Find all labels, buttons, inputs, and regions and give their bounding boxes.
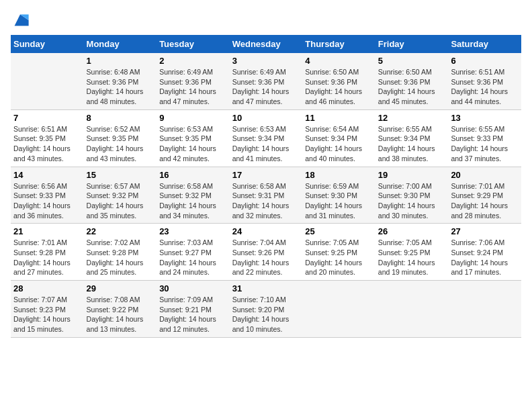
day-info: Sunrise: 7:10 AM Sunset: 9:20 PM Dayligh… bbox=[232, 295, 300, 334]
day-info: Sunrise: 6:55 AM Sunset: 9:33 PM Dayligh… bbox=[451, 124, 519, 164]
calendar-cell: 29Sunrise: 7:08 AM Sunset: 9:22 PM Dayli… bbox=[84, 281, 157, 338]
day-number: 13 bbox=[451, 113, 519, 123]
calendar-cell: 26Sunrise: 7:05 AM Sunset: 9:25 PM Dayli… bbox=[375, 224, 449, 281]
day-header-thursday: Thursday bbox=[302, 35, 375, 53]
day-number: 29 bbox=[87, 283, 154, 293]
day-info: Sunrise: 7:09 AM Sunset: 9:21 PM Dayligh… bbox=[159, 295, 227, 334]
day-info: Sunrise: 7:06 AM Sunset: 9:24 PM Dayligh… bbox=[451, 238, 519, 277]
calendar-cell: 20Sunrise: 7:01 AM Sunset: 9:29 PM Dayli… bbox=[448, 167, 521, 224]
calendar-week-5: 28Sunrise: 7:07 AM Sunset: 9:23 PM Dayli… bbox=[11, 281, 521, 338]
day-header-tuesday: Tuesday bbox=[157, 35, 230, 53]
day-number: 1 bbox=[87, 56, 154, 66]
day-info: Sunrise: 6:50 AM Sunset: 9:36 PM Dayligh… bbox=[378, 67, 446, 107]
calendar-week-3: 14Sunrise: 6:56 AM Sunset: 9:33 PM Dayli… bbox=[11, 167, 521, 224]
calendar-cell: 28Sunrise: 7:07 AM Sunset: 9:23 PM Dayli… bbox=[11, 281, 84, 338]
calendar-cell: 10Sunrise: 6:53 AM Sunset: 9:34 PM Dayli… bbox=[230, 109, 303, 167]
calendar-cell: 25Sunrise: 7:05 AM Sunset: 9:25 PM Dayli… bbox=[302, 224, 375, 281]
day-number: 24 bbox=[232, 226, 300, 236]
day-info: Sunrise: 6:51 AM Sunset: 9:35 PM Dayligh… bbox=[13, 124, 81, 164]
calendar-cell bbox=[375, 281, 449, 338]
calendar-cell: 2Sunrise: 6:49 AM Sunset: 9:36 PM Daylig… bbox=[157, 53, 230, 109]
day-info: Sunrise: 7:07 AM Sunset: 9:23 PM Dayligh… bbox=[13, 295, 81, 334]
day-number: 28 bbox=[13, 283, 81, 293]
calendar-cell: 30Sunrise: 7:09 AM Sunset: 9:21 PM Dayli… bbox=[157, 281, 230, 338]
day-number: 17 bbox=[232, 170, 300, 180]
day-info: Sunrise: 6:54 AM Sunset: 9:34 PM Dayligh… bbox=[305, 124, 373, 164]
day-header-sunday: Sunday bbox=[11, 35, 84, 53]
day-info: Sunrise: 6:51 AM Sunset: 9:36 PM Dayligh… bbox=[451, 67, 519, 107]
day-number: 11 bbox=[305, 113, 373, 123]
calendar-cell: 5Sunrise: 6:50 AM Sunset: 9:36 PM Daylig… bbox=[375, 53, 449, 109]
logo-icon bbox=[11, 11, 30, 30]
day-number: 25 bbox=[305, 226, 373, 236]
day-header-monday: Monday bbox=[84, 35, 157, 53]
calendar-cell: 6Sunrise: 6:51 AM Sunset: 9:36 PM Daylig… bbox=[448, 53, 521, 109]
calendar-cell: 13Sunrise: 6:55 AM Sunset: 9:33 PM Dayli… bbox=[448, 109, 521, 167]
day-info: Sunrise: 7:01 AM Sunset: 9:29 PM Dayligh… bbox=[451, 181, 519, 221]
day-info: Sunrise: 6:53 AM Sunset: 9:34 PM Dayligh… bbox=[232, 124, 300, 164]
day-info: Sunrise: 6:55 AM Sunset: 9:34 PM Dayligh… bbox=[378, 124, 446, 164]
calendar-cell: 21Sunrise: 7:01 AM Sunset: 9:28 PM Dayli… bbox=[11, 224, 84, 281]
day-info: Sunrise: 6:59 AM Sunset: 9:30 PM Dayligh… bbox=[305, 181, 373, 221]
calendar-cell: 23Sunrise: 7:03 AM Sunset: 9:27 PM Dayli… bbox=[157, 224, 230, 281]
day-number: 30 bbox=[159, 283, 227, 293]
day-info: Sunrise: 7:04 AM Sunset: 9:26 PM Dayligh… bbox=[232, 238, 300, 277]
day-info: Sunrise: 6:50 AM Sunset: 9:36 PM Dayligh… bbox=[305, 67, 373, 107]
day-number: 15 bbox=[87, 170, 154, 180]
calendar-week-4: 21Sunrise: 7:01 AM Sunset: 9:28 PM Dayli… bbox=[11, 224, 521, 281]
day-info: Sunrise: 6:52 AM Sunset: 9:35 PM Dayligh… bbox=[87, 124, 154, 164]
day-number: 14 bbox=[13, 170, 81, 180]
calendar-header: SundayMondayTuesdayWednesdayThursdayFrid… bbox=[11, 35, 521, 53]
day-number: 6 bbox=[451, 56, 519, 66]
calendar-cell: 31Sunrise: 7:10 AM Sunset: 9:20 PM Dayli… bbox=[230, 281, 303, 338]
day-number: 8 bbox=[87, 113, 154, 123]
day-number: 20 bbox=[451, 170, 519, 180]
day-info: Sunrise: 7:01 AM Sunset: 9:28 PM Dayligh… bbox=[13, 238, 81, 277]
day-info: Sunrise: 6:56 AM Sunset: 9:33 PM Dayligh… bbox=[13, 181, 81, 221]
day-info: Sunrise: 7:02 AM Sunset: 9:28 PM Dayligh… bbox=[87, 238, 154, 277]
day-number: 19 bbox=[378, 170, 446, 180]
day-number: 9 bbox=[159, 113, 227, 123]
day-number: 31 bbox=[232, 283, 300, 293]
day-info: Sunrise: 6:53 AM Sunset: 9:35 PM Dayligh… bbox=[159, 124, 227, 164]
calendar-cell: 4Sunrise: 6:50 AM Sunset: 9:36 PM Daylig… bbox=[302, 53, 375, 109]
day-info: Sunrise: 6:57 AM Sunset: 9:32 PM Dayligh… bbox=[87, 181, 154, 221]
calendar-cell: 14Sunrise: 6:56 AM Sunset: 9:33 PM Dayli… bbox=[11, 167, 84, 224]
day-info: Sunrise: 6:48 AM Sunset: 9:36 PM Dayligh… bbox=[87, 67, 154, 107]
day-number: 21 bbox=[13, 226, 81, 236]
day-info: Sunrise: 7:03 AM Sunset: 9:27 PM Dayligh… bbox=[159, 238, 227, 277]
calendar-cell: 9Sunrise: 6:53 AM Sunset: 9:35 PM Daylig… bbox=[157, 109, 230, 167]
day-number: 7 bbox=[13, 113, 81, 123]
calendar-cell: 19Sunrise: 7:00 AM Sunset: 9:30 PM Dayli… bbox=[375, 167, 449, 224]
day-info: Sunrise: 6:49 AM Sunset: 9:36 PM Dayligh… bbox=[159, 67, 227, 107]
day-info: Sunrise: 7:05 AM Sunset: 9:25 PM Dayligh… bbox=[378, 238, 446, 277]
calendar-week-1: 1Sunrise: 6:48 AM Sunset: 9:36 PM Daylig… bbox=[11, 53, 521, 109]
day-info: Sunrise: 7:05 AM Sunset: 9:25 PM Dayligh… bbox=[305, 238, 373, 277]
calendar-cell: 17Sunrise: 6:58 AM Sunset: 9:31 PM Dayli… bbox=[230, 167, 303, 224]
calendar-cell: 15Sunrise: 6:57 AM Sunset: 9:32 PM Dayli… bbox=[84, 167, 157, 224]
calendar-cell: 22Sunrise: 7:02 AM Sunset: 9:28 PM Dayli… bbox=[84, 224, 157, 281]
day-number: 26 bbox=[378, 226, 446, 236]
calendar-cell: 3Sunrise: 6:49 AM Sunset: 9:36 PM Daylig… bbox=[230, 53, 303, 109]
calendar-cell: 1Sunrise: 6:48 AM Sunset: 9:36 PM Daylig… bbox=[84, 53, 157, 109]
day-number: 27 bbox=[451, 226, 519, 236]
day-header-saturday: Saturday bbox=[448, 35, 521, 53]
calendar-cell: 18Sunrise: 6:59 AM Sunset: 9:30 PM Dayli… bbox=[302, 167, 375, 224]
calendar-cell bbox=[448, 281, 521, 338]
calendar-cell: 12Sunrise: 6:55 AM Sunset: 9:34 PM Dayli… bbox=[375, 109, 449, 167]
calendar-cell bbox=[302, 281, 375, 338]
day-number: 5 bbox=[378, 56, 446, 66]
day-number: 22 bbox=[87, 226, 154, 236]
day-header-wednesday: Wednesday bbox=[230, 35, 303, 53]
day-info: Sunrise: 6:58 AM Sunset: 9:31 PM Dayligh… bbox=[232, 181, 300, 221]
logo bbox=[11, 11, 32, 30]
calendar-cell: 16Sunrise: 6:58 AM Sunset: 9:32 PM Dayli… bbox=[157, 167, 230, 224]
day-number: 12 bbox=[378, 113, 446, 123]
day-number: 10 bbox=[232, 113, 300, 123]
day-info: Sunrise: 7:08 AM Sunset: 9:22 PM Dayligh… bbox=[87, 295, 154, 334]
day-number: 16 bbox=[159, 170, 227, 180]
calendar-cell: 8Sunrise: 6:52 AM Sunset: 9:35 PM Daylig… bbox=[84, 109, 157, 167]
calendar-cell: 27Sunrise: 7:06 AM Sunset: 9:24 PM Dayli… bbox=[448, 224, 521, 281]
calendar-cell bbox=[11, 53, 84, 109]
day-number: 18 bbox=[305, 170, 373, 180]
